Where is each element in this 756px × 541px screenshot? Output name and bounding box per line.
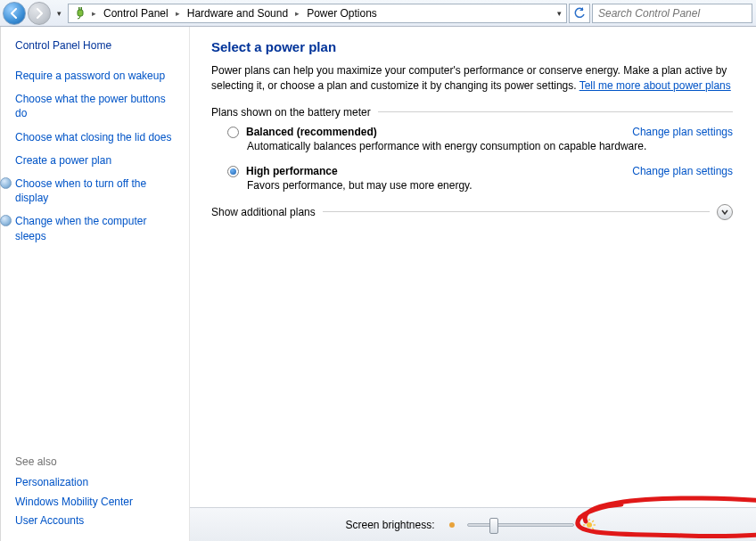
refresh-button[interactable]: [569, 4, 590, 23]
change-settings-balanced[interactable]: Change plan settings: [632, 126, 733, 138]
search-input[interactable]: [596, 6, 748, 20]
sun-dim-icon: [446, 519, 458, 531]
show-additional-plans[interactable]: Show additional plans: [211, 204, 733, 220]
sidebar-link-require-password[interactable]: Require a password on wakeup: [15, 69, 175, 83]
tell-me-more-link[interactable]: Tell me more about power plans: [579, 79, 731, 92]
shield-icon: [0, 177, 12, 189]
page-description: Power plans can help you maximize your c…: [211, 63, 733, 94]
plans-section-label: Plans shown on the battery meter: [211, 106, 371, 119]
address-dropdown[interactable]: ▾: [552, 4, 566, 22]
change-settings-high-performance[interactable]: Change plan settings: [632, 165, 733, 177]
sidebar-item-label: Choose when to turn off the display: [15, 177, 146, 204]
see-also-personalization[interactable]: Personalization: [15, 475, 175, 489]
chevron-right-icon: ▸: [174, 9, 182, 18]
forward-button[interactable]: [28, 2, 51, 25]
brightness-label: Screen brightness:: [345, 519, 434, 531]
show-additional-label: Show additional plans: [211, 206, 316, 218]
content-pane: Select a power plan Power plans can help…: [189, 27, 756, 541]
sidebar-item-label: Change when the computer sleeps: [15, 215, 146, 242]
radio-high-performance[interactable]: [227, 166, 239, 177]
power-plug-icon: [73, 6, 87, 20]
chevron-right-icon: ▸: [293, 9, 301, 18]
svg-line-12: [592, 521, 594, 522]
plans-section-header: Plans shown on the battery meter: [211, 106, 733, 119]
sidebar-link-create-plan[interactable]: Create a power plan: [15, 153, 175, 168]
svg-rect-0: [78, 10, 83, 16]
sidebar: Control Panel Home Require a password on…: [0, 27, 189, 541]
plan-high-performance: High performance Favors performance, but…: [227, 165, 733, 192]
see-also-user-accounts[interactable]: User Accounts: [15, 513, 175, 528]
address-bar[interactable]: ▸ Control Panel ▸ Hardware and Sound ▸ P…: [68, 4, 567, 23]
brightness-bar: Screen brightness:: [190, 507, 756, 541]
plan-name-high-performance: High performance: [246, 165, 338, 177]
page-title: Select a power plan: [211, 39, 733, 54]
breadcrumb-power-options[interactable]: Power Options: [301, 4, 382, 22]
sidebar-link-turn-off-display[interactable]: Choose when to turn off the display: [15, 176, 175, 205]
history-dropdown[interactable]: ▾: [52, 4, 66, 22]
control-panel-home-link[interactable]: Control Panel Home: [15, 39, 175, 52]
slider-thumb[interactable]: [489, 518, 498, 534]
svg-line-11: [585, 528, 587, 529]
sidebar-link-power-buttons[interactable]: Choose what the power buttons do: [15, 92, 175, 120]
svg-point-3: [449, 522, 455, 528]
expand-chevron-icon[interactable]: [717, 204, 733, 220]
breadcrumb-control-panel[interactable]: Control Panel: [98, 4, 174, 22]
see-also-heading: See also: [15, 455, 175, 468]
svg-rect-1: [78, 7, 80, 10]
svg-rect-2: [81, 7, 83, 10]
back-button[interactable]: [3, 2, 26, 25]
sidebar-link-computer-sleeps[interactable]: Change when the computer sleeps: [15, 214, 175, 242]
search-box[interactable]: [592, 4, 752, 23]
breadcrumb-hardware-and-sound[interactable]: Hardware and Sound: [182, 4, 293, 22]
chevron-right-icon: ▸: [90, 9, 98, 18]
shield-icon: [0, 215, 12, 226]
svg-line-9: [585, 521, 587, 522]
plan-name-balanced: Balanced (recommended): [246, 126, 377, 138]
sidebar-link-closing-lid[interactable]: Choose what closing the lid does: [15, 130, 175, 144]
plan-desc-balanced: Automatically balances performance with …: [247, 140, 733, 152]
sun-bright-icon: [583, 519, 596, 531]
see-also-mobility-center[interactable]: Windows Mobility Center: [15, 495, 175, 509]
brightness-slider[interactable]: [467, 523, 574, 527]
plan-desc-high-performance: Favors performance, but may use more ene…: [247, 179, 733, 192]
svg-line-10: [592, 528, 594, 529]
radio-balanced[interactable]: [227, 127, 239, 138]
plan-balanced: Balanced (recommended) Automatically bal…: [227, 126, 733, 152]
window-nav-bar: ▾ ▸ Control Panel ▸ Hardware and Sound ▸…: [0, 0, 756, 27]
svg-point-4: [587, 522, 592, 528]
